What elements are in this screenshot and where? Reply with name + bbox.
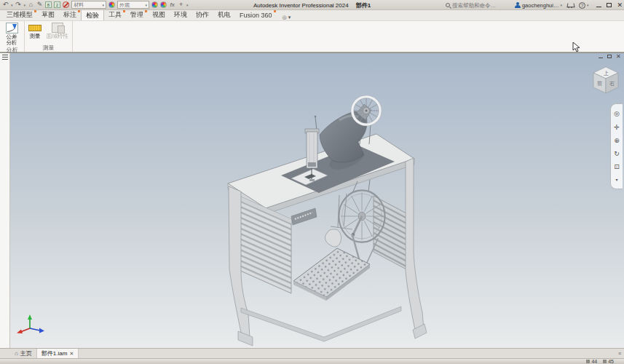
panel-analysis: 公差 分析 分析: [0, 21, 25, 52]
sketch-button[interactable]: ✎: [36, 1, 43, 9]
tab-label: 草图: [42, 10, 55, 20]
qat-add-button[interactable]: +: [178, 1, 184, 9]
ribbon-tab-environments[interactable]: 环境: [170, 9, 191, 20]
chevron-down-icon: ▾: [288, 15, 291, 20]
title-bar: ↶ ▾ ↷ ▾ ⌂ ✎ 8 2 材料 ▾ 外观 ▾ fx + ▾ Aut: [0, 0, 624, 10]
material-dropdown[interactable]: 材料 ▾: [71, 1, 106, 9]
ruler-icon: [28, 25, 42, 31]
component-set-icon[interactable]: 2: [54, 1, 60, 8]
origin-triad: [15, 313, 48, 335]
look-at-icon[interactable]: ⊡: [614, 164, 620, 170]
home-view-button[interactable]: ⌂: [28, 1, 34, 9]
model-viewport[interactable]: [10, 52, 624, 348]
region-properties-button: 面域特性: [46, 23, 69, 39]
appearance-value: 外观: [119, 1, 130, 9]
doc-restore-button[interactable]: [607, 55, 612, 58]
search-input[interactable]: [452, 2, 506, 9]
sewing-machine-model[interactable]: [10, 53, 624, 349]
ribbon-tab-annotate[interactable]: 标注: [59, 9, 81, 20]
qat-customize-caret[interactable]: ▾: [186, 3, 189, 7]
ribbon-tab-inspect[interactable]: 检验: [81, 9, 104, 20]
account-menu[interactable]: gaochenghui… ▾: [515, 2, 562, 9]
ribbon-tab-sketch[interactable]: 草图: [37, 9, 59, 20]
view-cube[interactable]: 上 前 右: [587, 63, 624, 105]
measure-button[interactable]: 测量: [27, 23, 43, 39]
chevron-down-icon: ▾: [103, 3, 105, 7]
browser-expand-icon[interactable]: [2, 55, 8, 60]
home-tab[interactable]: ⌂ 主页: [10, 349, 37, 358]
navbar-options-caret[interactable]: ▾: [615, 178, 617, 182]
zoom-icon[interactable]: ⊕: [614, 138, 620, 144]
close-tab-icon[interactable]: ✕: [69, 351, 74, 357]
help-search[interactable]: [446, 2, 510, 9]
occurrence-count: 44: [586, 359, 597, 364]
undo-button[interactable]: ↶: [2, 1, 9, 9]
viewcube-front-label: 前: [597, 81, 602, 86]
ribbon-tab-manage[interactable]: 管理: [126, 9, 148, 20]
chevron-down-icon: ▾: [587, 3, 589, 7]
chevron-down-icon: ▾: [146, 3, 148, 7]
appearance-dropdown[interactable]: 外观 ▾: [117, 1, 149, 9]
minimize-button[interactable]: [596, 7, 601, 8]
chevron-down-icon: ▾: [560, 3, 562, 7]
undo-caret-icon[interactable]: ▾: [11, 3, 13, 7]
ribbon-tab-3d-model[interactable]: 三维模型: [2, 9, 37, 20]
fx-parameters-button[interactable]: fx: [169, 1, 175, 9]
close-button[interactable]: ✕: [617, 1, 623, 9]
tab-label: Fusion 360: [240, 12, 272, 19]
help-menu[interactable]: ? ▾: [579, 2, 589, 9]
update-disabled-icon: [63, 1, 69, 8]
tab-label: 管理: [130, 10, 143, 20]
region-properties-icon: [52, 23, 63, 33]
color-wheel-icon[interactable]: [160, 1, 167, 8]
drive-wheel[interactable]: [339, 190, 384, 242]
browser-panel-collapsed[interactable]: [0, 52, 10, 348]
tab-list-icon: ≡: [618, 351, 621, 356]
tolerance-analysis-icon: [6, 23, 18, 33]
tab-label: 机电: [218, 10, 231, 20]
document-title: 部件1: [356, 1, 371, 9]
full-navigation-wheel-icon[interactable]: ◎: [614, 111, 620, 117]
ribbon-tab-electromechanical[interactable]: 机电: [213, 9, 235, 20]
ribbon-tab-fusion360[interactable]: Fusion 360: [235, 9, 277, 20]
doc-close-button[interactable]: ✕: [616, 53, 621, 60]
tab-label: 协作: [196, 10, 209, 20]
restore-button[interactable]: [607, 3, 612, 7]
ribbon-tab-tools[interactable]: 工具: [104, 9, 126, 20]
treadle-pedal[interactable]: [293, 229, 370, 301]
redo-caret-icon[interactable]: ▾: [24, 3, 26, 7]
cross-rail: [241, 306, 401, 341]
document-tab-assembly[interactable]: 部件1.iam ✕: [37, 349, 79, 358]
tolerance-analysis-button[interactable]: 公差 分析: [2, 23, 21, 46]
color-wheel-icon[interactable]: [151, 1, 158, 8]
hand-wheel[interactable]: [351, 95, 382, 126]
table-top[interactable]: [228, 134, 414, 214]
right-leg[interactable]: [406, 158, 424, 334]
tab-label: 标注: [63, 10, 76, 20]
occurrence-icon: [586, 360, 590, 363]
user-name: gaochenghui…: [522, 2, 558, 9]
update-badge: [78, 10, 80, 12]
ribbon-display-toggle[interactable]: ◎ ▾: [283, 15, 291, 20]
ribbon: 公差 分析 分析 测量 面域特性 测量: [0, 21, 624, 52]
color-wheel-icon[interactable]: [108, 1, 115, 8]
selection-set-icon[interactable]: 8: [45, 1, 52, 8]
tab-label: 环境: [174, 10, 187, 20]
pedal-support: [325, 229, 341, 247]
doc-minimize-button[interactable]: [599, 58, 603, 59]
app-store-icon[interactable]: [567, 3, 574, 8]
ribbon-tab-view[interactable]: 视图: [148, 9, 170, 20]
tab-list-button[interactable]: ≡: [618, 349, 624, 358]
orbit-icon[interactable]: ↻: [614, 151, 620, 157]
pan-icon[interactable]: ✛: [614, 124, 620, 131]
panel-label-measure[interactable]: 测量: [25, 44, 72, 52]
redo-button[interactable]: ↷: [15, 1, 22, 9]
update-badge: [145, 10, 147, 12]
file-count-icon: [603, 360, 607, 363]
tab-label: 三维模型: [7, 10, 33, 20]
document-window-controls: ✕: [599, 53, 621, 60]
ribbon-tab-collaborate[interactable]: 协作: [191, 9, 213, 20]
occurrence-count-value: 44: [591, 359, 597, 364]
user-icon: [515, 2, 521, 9]
y-axis-arrow: [28, 314, 32, 320]
